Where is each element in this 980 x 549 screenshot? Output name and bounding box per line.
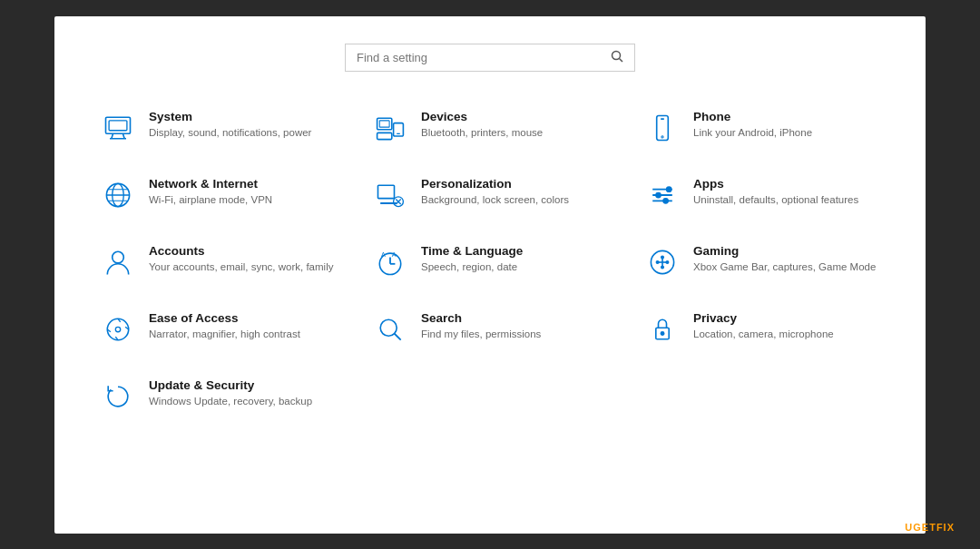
- setting-desc-time: Speech, region, date: [421, 260, 523, 274]
- setting-desc-search: Find my files, permissions: [421, 327, 541, 341]
- setting-item-devices[interactable]: Devices Bluetooth, printers, mouse: [363, 99, 617, 157]
- setting-title-devices: Devices: [421, 110, 543, 123]
- devices-icon: [372, 110, 408, 146]
- svg-line-1: [620, 58, 623, 62]
- setting-item-system[interactable]: System Display, sound, notifications, po…: [91, 99, 345, 157]
- network-icon: [100, 177, 136, 213]
- setting-text-privacy: Privacy Location, camera, microphone: [693, 311, 834, 341]
- setting-desc-system: Display, sound, notifications, power: [149, 125, 311, 140]
- settings-window: System Display, sound, notifications, po…: [54, 16, 926, 534]
- svg-point-14: [662, 135, 663, 137]
- update-icon: [100, 378, 136, 415]
- setting-item-update[interactable]: Update & Security Windows Update, recove…: [91, 368, 345, 426]
- setting-title-accounts: Accounts: [149, 244, 333, 258]
- setting-item-gaming[interactable]: Gaming Xbox Game Bar, captures, Game Mod…: [635, 233, 889, 291]
- setting-text-phone: Phone Link your Android, iPhone: [693, 110, 812, 140]
- svg-rect-6: [109, 120, 127, 130]
- svg-text:A: A: [392, 250, 397, 258]
- setting-title-gaming: Gaming: [693, 244, 876, 258]
- setting-desc-phone: Link your Android, iPhone: [693, 125, 812, 140]
- svg-point-40: [656, 260, 659, 263]
- svg-rect-8: [379, 120, 389, 126]
- watermark: UGETFIX: [905, 522, 955, 533]
- svg-text:A: A: [381, 250, 386, 258]
- setting-text-update: Update & Security Windows Update, recove…: [149, 378, 312, 408]
- personalization-icon: [372, 177, 408, 213]
- setting-text-accounts: Accounts Your accounts, email, sync, wor…: [149, 244, 333, 274]
- setting-item-ease[interactable]: Ease of Access Narrator, magnifier, high…: [91, 300, 345, 358]
- setting-title-network: Network & Internet: [149, 177, 272, 191]
- setting-title-ease: Ease of Access: [149, 311, 300, 325]
- setting-desc-personalization: Background, lock screen, colors: [421, 192, 569, 207]
- svg-point-31: [113, 251, 124, 263]
- setting-title-apps: Apps: [693, 177, 858, 191]
- search-icon: [611, 50, 623, 65]
- accounts-icon: [100, 244, 136, 280]
- setting-desc-update: Windows Update, recovery, backup: [149, 394, 312, 408]
- svg-point-28: [667, 187, 671, 191]
- setting-title-privacy: Privacy: [693, 311, 834, 325]
- privacy-icon: [644, 311, 681, 348]
- svg-point-29: [656, 192, 661, 197]
- setting-desc-devices: Bluetooth, printers, mouse: [421, 125, 543, 140]
- svg-rect-20: [378, 185, 395, 198]
- setting-text-devices: Devices Bluetooth, printers, mouse: [421, 110, 543, 140]
- time-icon: AA: [372, 244, 408, 280]
- setting-item-apps[interactable]: Apps Uninstall, defaults, optional featu…: [635, 166, 889, 224]
- gaming-icon: [644, 244, 681, 280]
- svg-point-42: [662, 256, 664, 259]
- setting-title-system: System: [149, 110, 311, 123]
- setting-desc-apps: Uninstall, defaults, optional features: [693, 192, 858, 207]
- setting-item-personalization[interactable]: Personalization Background, lock screen,…: [363, 166, 617, 224]
- setting-text-network: Network & Internet Wi-Fi, airplane mode,…: [149, 177, 272, 207]
- settings-grid: System Display, sound, notifications, po…: [91, 99, 889, 426]
- setting-title-time: Time & Language: [421, 244, 523, 258]
- apps-icon: [644, 177, 681, 213]
- setting-item-phone[interactable]: Phone Link your Android, iPhone: [635, 99, 889, 157]
- setting-title-search: Search: [421, 311, 541, 325]
- setting-desc-ease: Narrator, magnifier, high contrast: [149, 327, 300, 341]
- setting-title-update: Update & Security: [149, 378, 312, 392]
- svg-point-41: [666, 260, 669, 263]
- setting-title-personalization: Personalization: [421, 177, 569, 191]
- search-bar[interactable]: [345, 44, 635, 72]
- setting-text-ease: Ease of Access Narrator, magnifier, high…: [149, 311, 300, 341]
- watermark-suffix: FIX: [936, 522, 955, 533]
- setting-text-apps: Apps Uninstall, defaults, optional featu…: [693, 177, 858, 207]
- svg-point-45: [115, 327, 120, 331]
- watermark-prefix: UG: [905, 522, 922, 533]
- setting-item-privacy[interactable]: Privacy Location, camera, microphone: [635, 300, 889, 358]
- svg-line-51: [395, 333, 401, 339]
- setting-text-personalization: Personalization Background, lock screen,…: [421, 177, 569, 207]
- svg-rect-11: [377, 132, 392, 139]
- setting-text-time: Time & Language Speech, region, date: [421, 244, 523, 274]
- setting-title-phone: Phone: [693, 110, 812, 123]
- setting-desc-gaming: Xbox Game Bar, captures, Game Mode: [693, 260, 876, 274]
- ease-icon: [100, 311, 136, 348]
- setting-item-accounts[interactable]: Accounts Your accounts, email, sync, wor…: [91, 233, 345, 291]
- svg-point-53: [661, 331, 664, 335]
- svg-point-0: [612, 51, 621, 59]
- setting-desc-accounts: Your accounts, email, sync, work, family: [149, 260, 333, 274]
- setting-desc-privacy: Location, camera, microphone: [693, 327, 834, 341]
- watermark-highlight: ET: [922, 522, 936, 533]
- setting-text-gaming: Gaming Xbox Game Bar, captures, Game Mod…: [693, 244, 876, 274]
- setting-text-search: Search Find my files, permissions: [421, 311, 541, 341]
- phone-icon: [644, 110, 681, 146]
- search-icon: [372, 311, 408, 348]
- svg-point-43: [662, 266, 664, 269]
- svg-point-44: [107, 319, 128, 339]
- setting-item-time[interactable]: AA Time & Language Speech, region, date: [363, 233, 617, 291]
- search-input[interactable]: [357, 51, 611, 64]
- setting-item-network[interactable]: Network & Internet Wi-Fi, airplane mode,…: [91, 166, 345, 224]
- setting-text-system: System Display, sound, notifications, po…: [149, 110, 311, 140]
- system-icon: [100, 110, 136, 146]
- setting-item-search[interactable]: Search Find my files, permissions: [363, 300, 617, 358]
- svg-point-30: [663, 198, 668, 202]
- setting-desc-network: Wi-Fi, airplane mode, VPN: [149, 192, 272, 207]
